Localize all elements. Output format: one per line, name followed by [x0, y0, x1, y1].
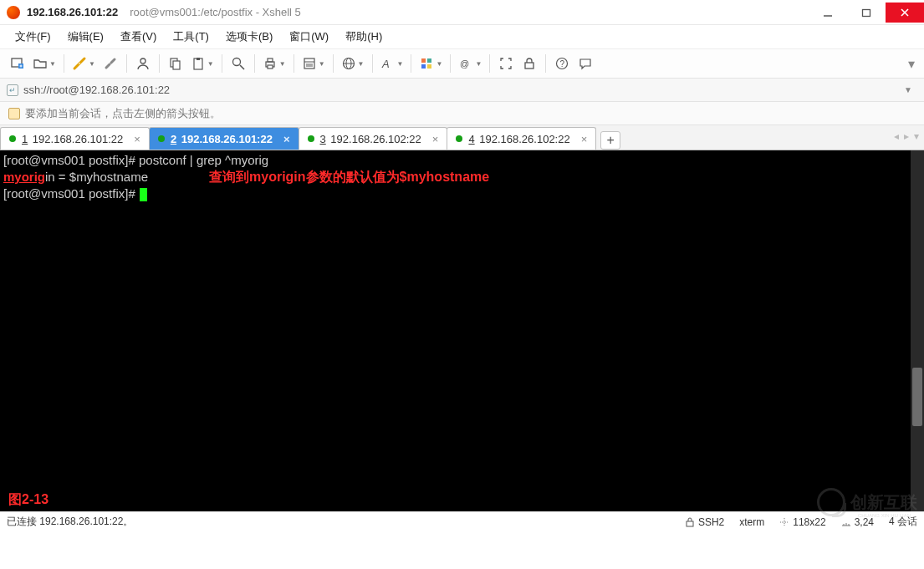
status-dot-icon — [308, 135, 314, 142]
svg-rect-34 — [687, 521, 693, 526]
paste-icon — [191, 56, 206, 71]
menu-edit[interactable]: 编辑(E) — [61, 27, 110, 47]
copy-button[interactable] — [165, 52, 186, 75]
terminal-scrollbar[interactable] — [911, 150, 924, 511]
profile-button[interactable] — [132, 52, 154, 75]
disconnect-button[interactable] — [100, 52, 121, 75]
tab-close-icon[interactable]: × — [581, 133, 588, 145]
tab-close-icon[interactable]: × — [134, 133, 140, 145]
grep-match: myorig — [3, 170, 45, 184]
titlebar: 192.168.26.101:22 root@vms001:/etc/postf… — [0, 0, 924, 25]
new-session-icon — [10, 56, 25, 71]
tab-close-icon[interactable]: × — [432, 133, 439, 145]
size-icon — [779, 517, 789, 527]
tab-index: 2 — [171, 133, 176, 145]
color-button[interactable]: ▼ — [416, 52, 445, 75]
chat-button[interactable] — [574, 52, 596, 75]
ruler-icon — [841, 517, 851, 527]
menu-tabs[interactable]: 选项卡(B) — [219, 27, 279, 47]
annotation-text: 查询到myorigin参数的默认值为$myhostname — [209, 169, 489, 185]
tab-label: 192.168.26.101:22 — [33, 133, 123, 145]
fullscreen-button[interactable] — [495, 52, 517, 75]
chevron-down-icon: ▼ — [358, 60, 365, 68]
chevron-left-icon: ◂ — [894, 130, 899, 142]
disconnect-icon — [103, 56, 118, 71]
chevron-down-icon: ▼ — [319, 60, 325, 68]
chevron-down-icon: ▼ — [89, 60, 95, 68]
menu-file[interactable]: 文件(F) — [8, 27, 58, 47]
menu-tools[interactable]: 工具(T) — [166, 27, 216, 47]
paste-button[interactable]: ▼ — [188, 52, 217, 75]
svg-text:?: ? — [560, 59, 565, 69]
tab-scroll[interactable]: ◂▸▾ — [894, 130, 919, 142]
separator — [489, 54, 490, 73]
maximize-icon — [861, 8, 871, 18]
tab-close-icon[interactable]: × — [283, 133, 290, 145]
svg-text:@: @ — [460, 58, 469, 69]
session-tab-4[interactable]: 4 192.168.26.102:22 × — [447, 127, 596, 150]
find-icon — [231, 56, 246, 71]
lock-button[interactable] — [518, 52, 540, 75]
lock-icon — [685, 517, 695, 527]
svg-text:A: A — [381, 58, 390, 70]
connect-button[interactable]: ▼ — [69, 52, 98, 75]
session-tab-2[interactable]: 2 192.168.26.101:22 × — [149, 127, 299, 150]
hint-icon — [8, 108, 20, 119]
properties-button[interactable]: ▼ — [299, 52, 328, 75]
chevron-down-icon: ▼ — [436, 60, 442, 68]
separator — [545, 54, 546, 73]
tab-label: 192.168.26.102:22 — [479, 133, 569, 145]
separator — [254, 54, 255, 73]
tab-index: 1 — [22, 133, 28, 145]
watermark-logo-icon — [817, 488, 845, 516]
close-button[interactable] — [886, 3, 924, 23]
svg-line-14 — [240, 65, 244, 69]
menu-help[interactable]: 帮助(H) — [339, 27, 389, 47]
chevron-right-icon: ▸ — [904, 130, 909, 142]
svg-rect-29 — [427, 64, 431, 69]
address-url[interactable]: ssh://root@192.168.26.101:22 — [23, 84, 170, 96]
separator — [333, 54, 334, 73]
svg-rect-27 — [427, 58, 431, 63]
scrollbar-thumb[interactable] — [912, 368, 922, 426]
separator — [64, 54, 64, 73]
separator — [372, 54, 373, 73]
separator — [450, 54, 451, 73]
font-button[interactable]: A▼ — [378, 52, 406, 75]
session-tab-3[interactable]: 3 192.168.26.102:22 × — [299, 127, 448, 150]
separator — [294, 54, 294, 73]
fullscreen-icon — [498, 56, 513, 71]
figure-label: 图2-13 — [8, 491, 48, 508]
encoding-icon: @ — [458, 56, 473, 71]
menu-view[interactable]: 查看(V) — [114, 27, 163, 47]
encoding-button[interactable]: @▼ — [456, 52, 484, 75]
address-dropdown[interactable]: ▼ — [899, 85, 917, 94]
find-button[interactable] — [227, 52, 249, 75]
globe-button[interactable]: ▼ — [339, 52, 367, 75]
lock-icon — [522, 56, 537, 71]
print-button[interactable]: ▼ — [260, 52, 288, 75]
svg-point-8 — [140, 58, 145, 64]
chevron-down-icon: ▼ — [397, 60, 404, 68]
toolbar-overflow[interactable]: ▾ — [906, 56, 917, 72]
menubar: 文件(F) 编辑(E) 查看(V) 工具(T) 选项卡(B) 窗口(W) 帮助(… — [0, 25, 924, 48]
output-text: in = $myhostname — [45, 170, 148, 184]
status-size: 118x22 — [779, 516, 825, 528]
chevron-down-icon: ▼ — [49, 60, 56, 68]
menu-window[interactable]: 窗口(W) — [283, 27, 335, 47]
chat-icon — [578, 56, 593, 71]
svg-rect-10 — [173, 61, 180, 69]
help-button[interactable]: ? — [551, 52, 573, 75]
new-session-button[interactable] — [7, 52, 28, 75]
new-tab-button[interactable]: + — [600, 131, 620, 150]
status-dot-icon — [158, 135, 165, 142]
prompt: [root@vms001 postfix]# — [3, 186, 139, 201]
session-tab-1[interactable]: 1 192.168.26.101:22 × — [0, 127, 150, 150]
open-button[interactable]: ▼ — [30, 52, 59, 75]
hint-text: 要添加当前会话，点击左侧的箭头按钮。 — [25, 106, 221, 121]
title-host: 192.168.26.101:22 — [27, 6, 118, 18]
maximize-button[interactable] — [847, 3, 886, 23]
chevron-down-icon: ▼ — [475, 60, 482, 68]
terminal[interactable]: [root@vms001 postfix]# postconf | grep ^… — [0, 150, 924, 511]
minimize-button[interactable] — [809, 3, 847, 23]
